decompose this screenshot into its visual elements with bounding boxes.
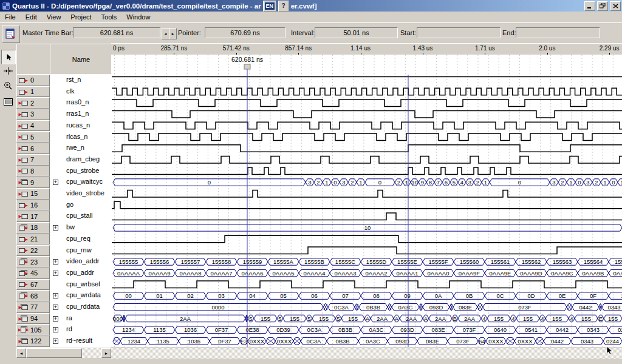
signal-row-go[interactable]: 16go (16, 200, 111, 211)
signal-index-button[interactable]: 18 (16, 222, 50, 234)
menu-item-project[interactable]: Project (66, 13, 96, 21)
signal-row-cpu_wrbsel[interactable]: 67cpu_wrbsel (16, 279, 111, 291)
report-tool-button[interactable] (2, 25, 20, 43)
signal-row-rras0_n[interactable]: 2rras0_n (16, 97, 111, 109)
name-panel-scrollbar[interactable]: ◄ ► (16, 348, 111, 358)
signal-index-button[interactable]: 4 (16, 120, 50, 132)
signal-index-button[interactable]: 21 (16, 234, 50, 245)
signal-name[interactable]: cpu_rddata (66, 303, 100, 310)
signal-index-button[interactable]: 122 (16, 335, 50, 347)
expand-icon[interactable]: + (53, 180, 58, 185)
signal-index-button[interactable]: 22 (16, 245, 50, 257)
scroll-left-button[interactable]: ◄ (16, 348, 26, 358)
signal-name[interactable]: ra (66, 314, 72, 322)
signal-index-button[interactable]: 16 (16, 200, 50, 211)
expand-icon[interactable]: + (53, 327, 58, 332)
full-screen-tool-button[interactable] (1, 95, 15, 109)
menu-item-window[interactable]: Window (121, 13, 155, 21)
signal-name[interactable]: cpu_waitcyc (66, 178, 103, 185)
signal-index-button[interactable]: 23 (16, 256, 50, 268)
signal-index-button[interactable]: 2 (16, 97, 50, 109)
signal-index-button[interactable]: 8 (16, 166, 50, 177)
signal-row-video_strobe[interactable]: 15video_strobe (16, 188, 111, 200)
signal-row-rlcas_n[interactable]: 5rlcas_n (16, 132, 111, 143)
menu-item-view[interactable]: View (42, 13, 66, 21)
signal-index-button[interactable]: 77 (16, 302, 50, 313)
scrollbar-thumb[interactable] (26, 348, 82, 358)
language-help-button[interactable]: ? (278, 1, 289, 12)
signal-row-rras1_n[interactable]: 3rras1_n (16, 109, 111, 120)
timeline-ruler[interactable]: 0 ps285.71 ns571.42 ns857.14 ns1.14 us1.… (111, 43, 622, 56)
menu-item-file[interactable]: File (0, 13, 21, 21)
expand-icon[interactable]: + (53, 225, 58, 231)
signal-name[interactable]: rwe_n (66, 144, 84, 151)
signal-name[interactable]: go (66, 201, 73, 208)
scroll-right-button[interactable]: ► (101, 348, 111, 358)
signal-row-cpu_strobe[interactable]: 8cpu_strobe (16, 166, 111, 177)
signal-index-button[interactable]: 1 (16, 86, 50, 98)
signal-index-button[interactable]: 105 (16, 324, 50, 335)
minimize-button[interactable] (584, 1, 595, 11)
start-field[interactable] (417, 27, 501, 38)
expand-icon[interactable]: + (53, 316, 58, 322)
menu-item-tools[interactable]: Tools (97, 13, 122, 21)
signal-row-cpu_req[interactable]: 21cpu_req (16, 234, 111, 245)
signal-index-button[interactable]: 15 (16, 188, 50, 200)
signal-name[interactable]: rlcas_n (66, 133, 87, 140)
signal-name[interactable]: bw (66, 223, 75, 231)
signal-index-button[interactable]: 5 (16, 132, 50, 143)
language-bar[interactable]: EN (263, 1, 276, 12)
signal-name[interactable]: rst_n (66, 76, 81, 83)
signal-name[interactable]: video_addr (66, 257, 99, 265)
signal-row-cpu_stall[interactable]: 17cpu_stall (16, 211, 111, 222)
signal-row-rucas_n[interactable]: 4rucas_n (16, 120, 111, 132)
end-field[interactable] (516, 27, 600, 38)
signal-index-button[interactable]: 68 (16, 290, 50, 302)
selection-tool-button[interactable] (1, 50, 16, 64)
time-bar-tool-button[interactable] (1, 64, 15, 78)
expand-icon[interactable]: + (53, 271, 58, 276)
signal-row-cpu_rddata[interactable]: 77+cpu_rddata (16, 302, 111, 313)
menu-item-edit[interactable]: Edit (21, 13, 42, 21)
expand-icon[interactable]: + (53, 259, 58, 265)
signal-index-button[interactable]: 7 (16, 154, 50, 166)
signal-index-button[interactable]: 0 (16, 75, 50, 86)
expand-icon[interactable]: + (53, 339, 58, 344)
signal-row-cpu_waitcyc[interactable]: 9+cpu_waitcyc (16, 177, 111, 188)
signal-row-rd~result[interactable]: 122+rd~result (16, 335, 111, 347)
signal-index-button[interactable]: 94 (16, 313, 50, 325)
waveform-scrollbar-track[interactable] (111, 348, 622, 359)
signal-name[interactable]: rucas_n (66, 121, 90, 129)
signal-name[interactable]: clk (66, 87, 74, 95)
signal-name[interactable]: cpu_addr (66, 269, 94, 276)
signal-index-button[interactable]: 67 (16, 279, 50, 291)
signal-name[interactable]: rras0_n (66, 98, 89, 106)
master-time-bar-field[interactable]: 620.681 ns (73, 27, 160, 38)
language-indicator[interactable]: EN (265, 2, 275, 10)
signal-name[interactable]: cpu_wrdata (66, 291, 101, 298)
signal-name[interactable]: rd~result (66, 337, 92, 344)
signal-row-ra[interactable]: 94+ra (16, 313, 111, 325)
signal-index-button[interactable]: 3 (16, 109, 50, 120)
signal-row-dram_cbeg[interactable]: 7dram_cbeg (16, 154, 111, 166)
time-bar-right-button[interactable]: ► (169, 28, 177, 39)
signal-name[interactable]: cpu_stall (66, 212, 92, 219)
signal-row-bw[interactable]: 18+bw (16, 222, 111, 234)
signal-row-rwe_n[interactable]: 6rwe_n (16, 143, 111, 154)
master-time-bar-handle[interactable] (244, 64, 250, 69)
signal-row-cpu_rnw[interactable]: 22cpu_rnw (16, 245, 111, 257)
signal-name[interactable]: rras1_n (66, 110, 89, 117)
expand-icon[interactable]: + (53, 293, 58, 298)
signal-name[interactable]: video_strobe (66, 189, 104, 197)
signal-name[interactable]: cpu_strobe (66, 167, 99, 174)
signal-index-button[interactable]: 6 (16, 143, 50, 154)
signal-row-cpu_wrdata[interactable]: 68+cpu_wrdata (16, 290, 111, 302)
expand-icon[interactable]: + (53, 305, 58, 310)
signal-row-rst_n[interactable]: 0rst_n (16, 75, 111, 86)
restore-button[interactable] (597, 1, 608, 11)
signal-row-cpu_addr[interactable]: 45+cpu_addr (16, 268, 111, 279)
signal-name[interactable]: cpu_req (66, 235, 91, 242)
close-button[interactable] (610, 1, 621, 11)
waveform-display[interactable]: 0321032102110987654321032103210110155555… (111, 55, 622, 347)
signal-row-video_addr[interactable]: 23+video_addr (16, 256, 111, 268)
